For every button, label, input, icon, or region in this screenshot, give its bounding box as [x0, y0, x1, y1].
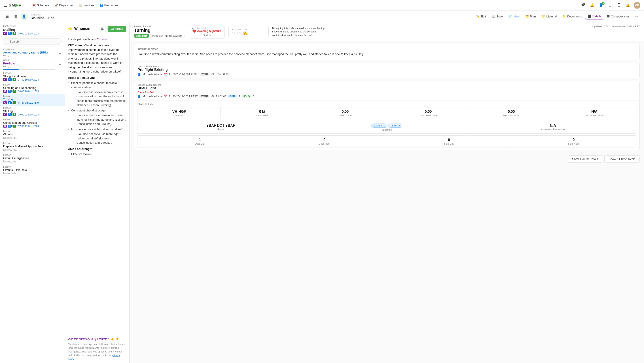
new-button[interactable]: 📄 New — [507, 14, 522, 19]
bottom-actions: Show Course Totals Show All Time Totals — [130, 153, 644, 165]
nav-schedule[interactable]: 📅 Schedule — [30, 2, 51, 8]
book-button[interactable]: 📖 Book — [490, 14, 505, 19]
thumbs-up-icon[interactable]: 👍 — [111, 337, 114, 341]
lesson-record-title-block: Lesson Record Turning Complete Instructo… — [134, 25, 184, 38]
focus-sub-list-1: Claudine has shown improvement in commun… — [73, 90, 126, 107]
lesson-item-climbing[interactable]: Lesson Climbing and Descending C S P 08:… — [0, 82, 64, 94]
mountain-label: Mountain Time — [472, 114, 551, 117]
areas-strength-list: Effective lookout — [68, 152, 126, 156]
nav-resources[interactable]: 👥 Resources — [97, 2, 120, 8]
anticipation-lesson: Circuits — [97, 38, 107, 41]
solo-day-value: 0 — [389, 138, 510, 142]
plan-button[interactable]: 🗂️ Plan — [523, 14, 538, 19]
focus-item-3: Incorporate more right rudder on takeoff… — [68, 127, 126, 145]
edit-button[interactable]: ✏️ Edit — [474, 14, 488, 19]
accuracy-row: Was this summary fairly accurate? 👍 👎 — [68, 337, 126, 341]
solo-night-cell: 0 Solo Night — [512, 136, 636, 147]
lesson-item-flapless[interactable]: Lesson Flapless & Missed Approaches No r… — [0, 141, 64, 153]
show-course-totals-button[interactable]: Show Course Totals — [568, 155, 602, 163]
show-all-time-totals-button[interactable]: Show All Time Totals — [604, 155, 640, 163]
instructor-signature-box: ▶ SIGNATURE ○○○○ ✍️ — [228, 26, 268, 37]
notification-badge: 9 — [602, 2, 605, 5]
event-more-icon-dual[interactable]: ⋮ — [632, 88, 636, 93]
lesson-item-circuits[interactable]: Lesson Circuits No records. — [0, 129, 64, 141]
solo-tag: SOLO — [242, 95, 251, 98]
badge-s: S — [8, 125, 12, 128]
documents-button[interactable]: 📁 Documents — [560, 14, 584, 19]
landing-tags: Student - 0 YBAF - 1 — [306, 124, 468, 128]
user-circle-btn[interactable]: 👤 9 — [598, 2, 604, 9]
crosswind-label: Crosswind — [222, 114, 302, 117]
nav-invoices[interactable]: 📋 Invoices — [77, 2, 96, 8]
unit-sub: RPL(A) — [3, 65, 15, 68]
competencies-button[interactable]: ☰ Competencies — [605, 14, 632, 19]
badge-c: C — [3, 78, 7, 81]
lesson-item-circuit-emergencies[interactable]: Lesson Circuit Emergencies No records. — [0, 153, 64, 165]
chat-icon-btn[interactable]: 💬 — [616, 2, 622, 9]
lesson-record-header: Lesson Record Turning Complete Instructo… — [130, 22, 644, 41]
unit-label: Unit — [3, 59, 15, 62]
event-meta-dual: 👤 Michaela Allison 📅 11:30 20-11-2024 AE… — [138, 95, 254, 98]
unit-header[interactable]: Unit Pre-Solo RPL(A) ▲ — [0, 58, 64, 69]
bell-icon-btn[interactable]: 🔔 — [625, 2, 631, 9]
signature-pen-icon[interactable]: ✍️ — [243, 31, 248, 35]
clock-icon: ⏱ — [211, 73, 214, 76]
hamburger-icon[interactable]: ☰ — [4, 3, 8, 8]
event-meta-preflight: 👤 Michaela Allison 📅 11:00 20-11-2024 AE… — [138, 73, 228, 76]
badge-s: S — [8, 90, 12, 93]
uprt-label: UPRT Time — [306, 114, 385, 117]
card-view-icon[interactable]: ⊞ — [12, 13, 19, 20]
lesson-item-circuits-presolo[interactable]: Lesson Circuits – Pre-solo No records. — [0, 165, 64, 176]
lesson-item-consolidation[interactable]: Lesson Consolidation and Circuits C S P … — [0, 117, 64, 129]
details-button[interactable]: ⬛ Details — [586, 14, 604, 20]
edit-icon: ✏️ — [476, 15, 480, 18]
calendar-icon-dual: 📅 — [164, 95, 167, 98]
user-profile-icon[interactable]: 👤 — [20, 13, 28, 20]
print-button[interactable]: 🖨️ — [98, 25, 106, 32]
solo-day-label: Solo Day — [389, 142, 510, 145]
instrument-time-value: N/A — [555, 110, 634, 114]
search-input[interactable] — [3, 38, 62, 45]
clock-icon-dual: ⏱ — [211, 95, 214, 98]
badge-c: C — [3, 90, 7, 93]
list-icon-btn[interactable]: ☰ — [607, 2, 613, 9]
privacy-policy-link[interactable]: privacy policy. — [68, 354, 120, 360]
updated-timestamp: Updated 16:04 21st November, 2024 AEST — [592, 25, 640, 28]
instr-procedures-cell: N/A Instrument Procedures — [470, 121, 636, 133]
thumbs-down-icon[interactable]: 👎 — [116, 337, 119, 341]
thumbs-actions: 👍 👎 — [111, 337, 119, 341]
status-instructor-badge: Instructor - Michaela Allison — [150, 34, 184, 38]
lesson-item-straight-level[interactable]: Lesson Straight and Level C S P 07:30 19… — [0, 71, 64, 82]
event-label-preflight: Lesson Event Record — [138, 65, 228, 68]
wingman-panel: ⭐ Wingman 🖨️ Generate In anticipation of… — [65, 22, 130, 363]
cliff-notes-text: Claudine has shown improvement in commun… — [68, 44, 123, 73]
event-name-dual: Dual Flight — [138, 86, 254, 90]
solo-night-label: Solo Night — [513, 142, 634, 145]
mountain-cell: 0.00 Mountain Time — [470, 107, 553, 119]
dual-night-label: Dual Night — [264, 142, 385, 145]
preflight-instructor: Michaela Allison — [143, 73, 162, 76]
nav-dispatches[interactable]: 🚀 Dispatches — [52, 2, 76, 8]
more-button[interactable]: ⋯ — [633, 14, 640, 19]
last-lesson-name: Stalling — [3, 28, 62, 32]
crosswind-cell: 0 kt Crosswind — [221, 107, 304, 119]
course-header[interactable]: Course Aeroplane category rating (RPL) R… — [0, 47, 64, 58]
flight-details-title: Flight Details — [138, 103, 636, 105]
list-view-icon[interactable]: ☰ — [4, 13, 11, 20]
user-avatar[interactable]: CE — [634, 2, 640, 9]
dual-night-cell: 0 Dual Night — [262, 136, 387, 147]
mountain-value: 0.00 — [472, 110, 551, 114]
flight-grid-row1: VH-HGF Aircraft 0 kt Crosswind 0.00 UPRT… — [138, 107, 636, 119]
low-level-label: Low Level Time — [389, 114, 468, 117]
lesson-item-stalling[interactable]: Lesson Stalling C S P 09:00 21 Nov 2024 — [0, 106, 64, 117]
focus-sub-item-2: Claudine needs to remember to use the ch… — [73, 113, 126, 126]
generate-button[interactable]: Generate — [108, 26, 126, 32]
low-level-cell: 0.00 Low Level Time — [387, 107, 470, 119]
landings-label: Landings — [306, 128, 468, 131]
alert-icon-btn[interactable]: 🔔 — [589, 2, 595, 9]
event-more-icon[interactable]: ⋮ — [632, 68, 636, 73]
flag-icon-btn[interactable]: 🏴 — [580, 2, 586, 9]
lesson-item-turning[interactable]: Lesson Turning C S P 11:00 20 Nov 2024 — [0, 94, 64, 106]
dual-date: 11:30 20-11-2024 AEST — [169, 95, 198, 98]
material-button[interactable]: 📁 Material — [539, 14, 559, 19]
